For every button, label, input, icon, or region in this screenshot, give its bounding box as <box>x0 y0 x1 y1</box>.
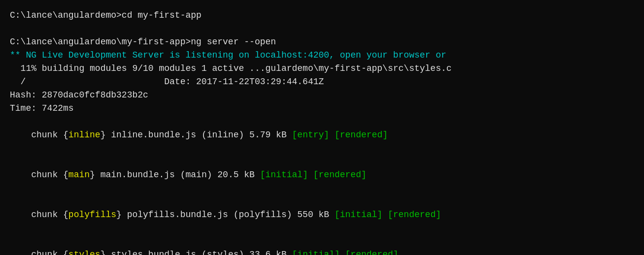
chunk-styles-middle: } styles.bundle.js (styles) 33.6 kB <box>101 250 292 255</box>
chunk-main-space <box>308 170 313 180</box>
line-chunk-styles: chunk {styles} styles.bundle.js (styles)… <box>10 235 634 255</box>
chunk-styles-tag2: [rendered] <box>345 250 399 255</box>
chunk-polyfills-name: polyfills <box>68 210 116 220</box>
chunk-main-tag1: [initial] <box>260 170 308 180</box>
line-ng-live-server: ** NG Live Development Server is listeni… <box>10 49 634 62</box>
chunk-polyfills-space <box>382 210 388 220</box>
chunk-inline-middle: } inline.bundle.js (inline) 5.79 kB <box>101 130 292 140</box>
line-chunk-polyfills: chunk {polyfills} polyfills.bundle.js (p… <box>10 195 634 235</box>
chunk-inline-space <box>329 130 335 140</box>
chunk-inline-tag2: [rendered] <box>335 130 388 140</box>
line-chunk-inline: chunk {inline} inline.bundle.js (inline)… <box>10 115 634 155</box>
chunk-polyfills-prefix: chunk { <box>31 210 68 220</box>
line-hash: Hash: 2870dac0fcf8db323b2c <box>10 89 634 102</box>
chunk-styles-space <box>340 250 345 255</box>
line-building-modules: 11% building modules 9/10 modules 1 acti… <box>10 62 634 75</box>
line-cd-command: C:\lance\angulardemo>cd my-first-app <box>10 9 634 22</box>
chunk-main-middle: } main.bundle.js (main) 20.5 kB <box>90 170 260 180</box>
chunk-polyfills-tag1: [initial] <box>335 210 382 220</box>
terminal: C:\lance\angulardemo>cd my-first-app C:\… <box>10 9 634 246</box>
line-time: Time: 7422ms <box>10 102 634 115</box>
line-chunk-main: chunk {main} main.bundle.js (main) 20.5 … <box>10 155 634 195</box>
chunk-polyfills-tag2: [rendered] <box>388 210 441 220</box>
chunk-inline-prefix: chunk { <box>31 130 68 140</box>
chunk-polyfills-middle: } polyfills.bundle.js (polyfills) 550 kB <box>116 210 335 220</box>
chunk-main-prefix: chunk { <box>31 170 68 180</box>
chunk-inline-name: inline <box>68 130 101 140</box>
chunk-styles-name: styles <box>68 250 101 255</box>
line-date: / Date: 2017-11-22T03:29:44.641Z <box>10 75 634 89</box>
chunk-inline-tag1: [entry] <box>292 130 330 140</box>
chunk-main-tag2: [rendered] <box>313 170 367 180</box>
line-ng-server: C:\lance\angulardemo\my-first-app>ng ser… <box>10 35 634 49</box>
chunk-main-name: main <box>68 170 90 180</box>
chunk-styles-tag1: [initial] <box>292 250 340 255</box>
chunk-styles-prefix: chunk { <box>31 250 68 255</box>
blank-line-1 <box>10 22 634 35</box>
